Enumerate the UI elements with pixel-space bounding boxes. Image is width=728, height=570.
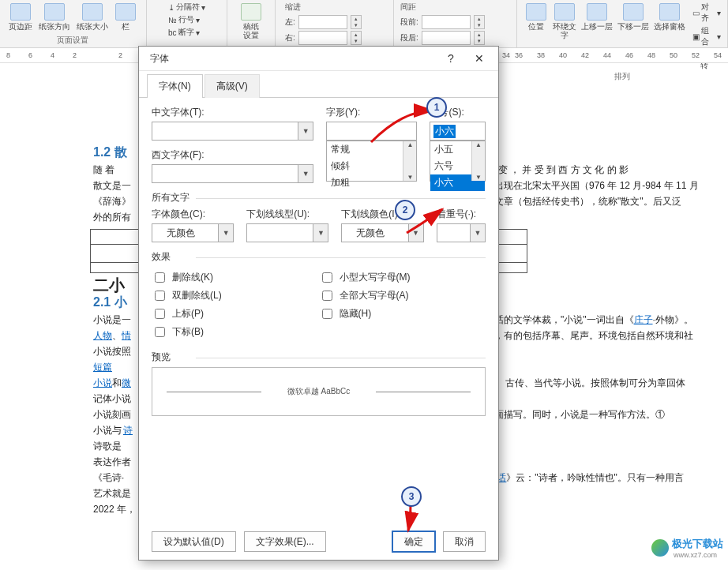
indent-right-field[interactable] [298, 31, 347, 45]
doc-link[interactable]: 情 [122, 330, 131, 341]
position-button[interactable]: 位置 [523, 2, 549, 32]
doc-link[interactable]: 人物 [93, 330, 112, 341]
margins-button[interactable]: 页边距 [7, 2, 34, 32]
callout-2: 2 [395, 200, 415, 220]
subscript-checkbox[interactable]: 下标(B) [152, 324, 319, 339]
draft-settings-button[interactable]: 稿纸设置 [238, 2, 264, 41]
indent-right-label: 右: [285, 32, 295, 43]
effects-section-label: 效果 [152, 250, 486, 264]
allcaps-checkbox[interactable]: 全部大写字母(A) [319, 288, 486, 303]
scrollbar[interactable]: ▲▼ [471, 141, 485, 181]
dropdown-icon: ▼ [313, 224, 328, 242]
spinner-icon[interactable]: ▲▼ [351, 15, 362, 29]
ribbon: 页边距 纸张方向 纸张大小 栏 页面设置 ⤓分隔符 ▾ №行号 ▾ bc断字 ▾… [0, 0, 728, 48]
spinner-icon[interactable]: ▲▼ [474, 31, 485, 45]
font-preview: 微软卓越 AaBbCc [152, 367, 486, 416]
arrange-group-label: 排列 [614, 71, 630, 84]
we-font-label: 西文字体(F): [152, 148, 313, 162]
tab-advanced[interactable]: 高级(V) [205, 74, 260, 98]
cn-font-select[interactable]: ▼ [152, 122, 313, 141]
spacing-after-field[interactable] [422, 31, 471, 45]
linenum-button[interactable]: №行号 ▾ [168, 14, 205, 25]
underline-style-select[interactable]: ▼ [246, 223, 328, 242]
spinner-icon[interactable]: ▲▼ [474, 15, 485, 29]
arrow-icon [399, 502, 430, 535]
dropdown-icon: ▼ [470, 224, 485, 242]
underline-style-label: 下划线线型(U): [246, 208, 328, 221]
doc-link[interactable]: 庄子 [634, 314, 653, 325]
dropdown-icon: ▼ [298, 122, 313, 140]
hidden-checkbox[interactable]: 隐藏(H) [319, 306, 486, 321]
watermark-logo-icon [651, 539, 669, 557]
superscript-checkbox[interactable]: 上标(P) [152, 306, 319, 321]
spinner-icon[interactable]: ▲▼ [351, 31, 362, 45]
group-button[interactable]: ▣ 组合 ▾ [692, 25, 721, 47]
dialog-title: 字体 [150, 52, 437, 66]
close-button[interactable]: ✕ [465, 50, 493, 67]
spacing-after-label: 段后: [400, 32, 418, 43]
columns-button[interactable]: 栏 [113, 2, 138, 32]
font-color-select[interactable]: 无颜色▼ [152, 223, 234, 242]
page-setup-group-label: 页面设置 [57, 35, 88, 47]
we-font-select[interactable]: ▼ [152, 164, 313, 183]
callout-1: 1 [426, 97, 447, 118]
hyphen-button[interactable]: bc断字 ▾ [168, 27, 205, 38]
callout-3: 3 [401, 486, 422, 507]
font-color-label: 字体颜色(C): [152, 208, 234, 221]
selection-pane-button[interactable]: 选择窗格 [653, 2, 686, 32]
spacing-label: 间距 [400, 2, 416, 13]
breaks-button[interactable]: ⤓分隔符 ▾ [168, 2, 205, 13]
dropdown-icon: ▼ [298, 165, 313, 182]
font-dialog: 字体 ? ✕ 字体(N) 高级(V) 中文字体(T): ▼ 西文字体(F): ▼… [138, 46, 499, 561]
doc-link[interactable]: 微 [122, 377, 131, 388]
all-text-section-label: 所有文字 [152, 191, 486, 204]
size-button[interactable]: 纸张大小 [75, 2, 110, 32]
bring-forward-button[interactable]: 上移一层 [580, 2, 614, 32]
tab-font[interactable]: 字体(N) [147, 74, 203, 98]
set-default-button[interactable]: 设为默认值(D) [152, 531, 236, 552]
help-button[interactable]: ? [437, 50, 465, 67]
double-strike-checkbox[interactable]: 双删除线(L) [152, 288, 319, 303]
indent-label: 缩进 [285, 2, 301, 13]
spacing-before-label: 段前: [400, 17, 418, 28]
strikethrough-checkbox[interactable]: 删除线(K) [152, 270, 319, 285]
text-effects-button[interactable]: 文字效果(E)... [244, 531, 326, 552]
smallcaps-checkbox[interactable]: 小型大写字母(M) [319, 270, 486, 285]
indent-left-label: 左: [285, 17, 295, 28]
cancel-button[interactable]: 取消 [443, 531, 486, 552]
dropdown-icon: ▼ [218, 224, 233, 242]
wrap-button[interactable]: 环绕文字 [552, 2, 577, 41]
cn-font-label: 中文字体(T): [152, 106, 313, 119]
align-button[interactable]: ▭ 对齐 ▾ [692, 2, 721, 24]
doc-link[interactable]: 小说 [93, 377, 112, 388]
orientation-button[interactable]: 纸张方向 [37, 2, 72, 32]
preview-section-label: 预览 [152, 351, 486, 364]
indent-left-field[interactable] [298, 15, 347, 29]
doc-link[interactable]: 短篇 [93, 362, 112, 373]
send-backward-button[interactable]: 下移一层 [617, 2, 650, 32]
watermark: 极光下载站 www.xz7.com [651, 537, 723, 559]
spacing-before-field[interactable] [422, 15, 471, 29]
